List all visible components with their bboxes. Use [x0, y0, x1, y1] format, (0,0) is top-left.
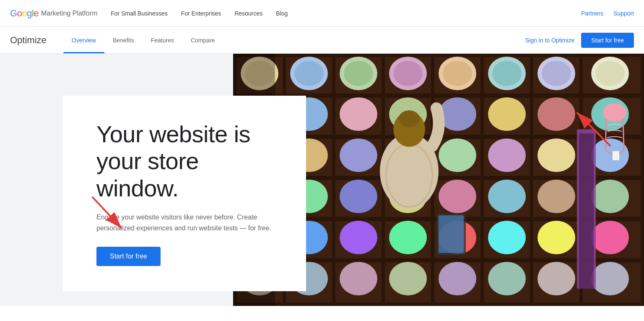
sign-in-link[interactable]: Sign in to Optimize — [525, 37, 575, 44]
svg-rect-78 — [439, 215, 464, 253]
svg-point-45 — [439, 138, 476, 172]
svg-point-54 — [488, 180, 526, 213]
secondary-nav-right: Sign in to Optimize Start for free — [525, 33, 634, 48]
svg-point-32 — [595, 61, 625, 86]
svg-rect-14 — [530, 54, 533, 306]
nav-tabs: Overview Benefits Features Compare — [63, 27, 223, 53]
svg-line-86 — [577, 112, 610, 146]
start-free-button-hero[interactable]: Start for free — [96, 247, 161, 266]
tab-overview[interactable]: Overview — [63, 27, 104, 53]
svg-rect-83 — [579, 133, 594, 289]
start-free-button-header[interactable]: Start for free — [581, 33, 634, 48]
svg-point-70 — [488, 262, 526, 295]
svg-point-26 — [443, 61, 472, 86]
top-nav-right: Partners Support — [581, 10, 634, 17]
svg-point-28 — [492, 61, 522, 86]
top-nav-links: For Small Businesses For Enterprises Res… — [111, 10, 581, 17]
annotation-arrow-top — [569, 104, 619, 154]
svg-point-63 — [538, 221, 575, 254]
svg-rect-10 — [332, 54, 335, 306]
svg-point-60 — [389, 221, 427, 254]
svg-point-24 — [393, 61, 423, 86]
support-link[interactable]: Support — [613, 10, 634, 17]
svg-point-67 — [340, 262, 377, 295]
svg-point-69 — [439, 262, 476, 295]
svg-line-88 — [92, 197, 122, 228]
tab-compare[interactable]: Compare — [182, 27, 223, 53]
tab-features[interactable]: Features — [143, 27, 182, 53]
nav-link-enterprises[interactable]: For Enterprises — [181, 10, 221, 17]
logo-area: Google Marketing Platform — [10, 8, 97, 19]
svg-rect-13 — [480, 54, 484, 306]
nav-link-resources[interactable]: Resources — [234, 10, 262, 17]
nav-link-small-biz[interactable]: For Small Businesses — [111, 10, 167, 17]
svg-point-71 — [538, 262, 575, 295]
tab-benefits[interactable]: Benefits — [104, 27, 143, 53]
svg-point-64 — [591, 221, 629, 254]
svg-rect-16 — [641, 54, 644, 306]
svg-point-68 — [389, 262, 427, 295]
svg-point-62 — [488, 221, 526, 254]
svg-point-20 — [294, 61, 324, 86]
top-nav: Google Marketing Platform For Small Busi… — [0, 0, 644, 27]
svg-point-46 — [488, 138, 526, 172]
secondary-nav: Optimize Overview Benefits Features Comp… — [0, 27, 644, 54]
google-logo: Google — [10, 8, 39, 19]
brand-name: Marketing Platform — [41, 10, 97, 17]
partners-link[interactable]: Partners — [581, 10, 603, 17]
svg-point-59 — [340, 221, 377, 254]
nav-link-blog[interactable]: Blog — [276, 10, 288, 17]
svg-point-38 — [488, 97, 526, 131]
svg-point-51 — [340, 180, 377, 213]
svg-point-43 — [340, 138, 377, 172]
hero-section: Your website is your store window. Engag… — [0, 54, 644, 306]
svg-point-53 — [439, 180, 476, 213]
svg-point-35 — [340, 97, 377, 131]
svg-point-30 — [542, 61, 571, 86]
svg-point-72 — [591, 262, 629, 295]
product-name: Optimize — [10, 35, 47, 46]
svg-point-56 — [591, 180, 629, 213]
svg-point-22 — [344, 61, 373, 86]
svg-point-76 — [399, 110, 420, 127]
svg-point-55 — [538, 180, 575, 213]
annotation-arrow-bottom — [84, 188, 134, 239]
